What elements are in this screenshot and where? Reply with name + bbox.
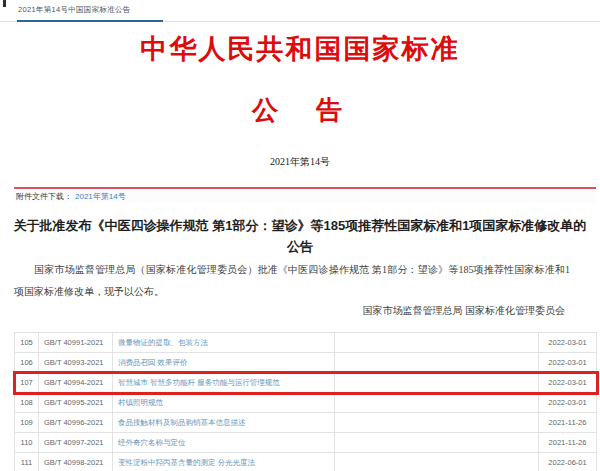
standard-code-cell: GB/T 40994-2021 (39, 373, 113, 393)
standard-code-cell: GB/T 40998-2021 (39, 453, 113, 471)
implementation-date-cell: 2022-03-01 (539, 353, 597, 373)
standard-name-link[interactable]: 消费品召回 效果评价 (113, 353, 335, 373)
replaced-standard-cell (335, 453, 539, 471)
standard-code-cell: GB/T 40997-2021 (39, 433, 113, 453)
replaced-standard-cell (335, 353, 539, 373)
row-number-cell: 110 (15, 433, 39, 453)
doc-number: 2021年第14号 (0, 155, 600, 169)
replaced-standard-cell (335, 373, 539, 393)
standard-name-link[interactable]: 经外奇穴名称与定位 (113, 433, 335, 453)
standard-name-link[interactable]: 微量物证的提取、包装方法 (113, 333, 335, 353)
attachment-bar: 附件文件下载：2021年第14号 (14, 187, 596, 203)
standard-code-cell: GB/T 40995-2021 (39, 393, 113, 413)
row-number-cell: 107 (15, 373, 39, 393)
replaced-standard-cell (335, 413, 539, 433)
standard-name-link[interactable]: 村镇照明规范 (113, 393, 335, 413)
replaced-standard-cell (335, 333, 539, 353)
standard-name-link[interactable]: 变性淀粉中羟丙基含量的测定 分光光度法 (113, 453, 335, 471)
table-row: 110GB/T 40997-2021经外奇穴名称与定位2021-11-26 (15, 433, 597, 453)
doc-title-line2: 公 告 (0, 93, 600, 128)
notice-body-paragraph: 国家市场监督管理总局（国家标准化管理委员会）批准《中医四诊操作规范 第1部分：望… (14, 259, 570, 303)
row-number-cell: 109 (15, 413, 39, 433)
replaced-standard-cell (335, 433, 539, 453)
tab-active-underline (17, 20, 163, 22)
row-number-cell: 106 (15, 353, 39, 373)
table-row: 107GB/T 40994-2021智慧城市 智慧多功能杆 服务功能与运行管理规… (15, 373, 597, 393)
implementation-date-cell: 2022-03-01 (539, 373, 597, 393)
replaced-standard-cell (335, 393, 539, 413)
tab-announcement-title[interactable]: 2021年第14号中国国家标准公告 (18, 5, 131, 15)
table-row: 108GB/T 40995-2021村镇照明规范2022-03-01 (15, 393, 597, 413)
attachment-label: 附件文件下载： (16, 192, 72, 201)
standard-code-cell: GB/T 40996-2021 (39, 413, 113, 433)
implementation-date-cell: 2022-06-01 (539, 453, 597, 471)
notice-heading: 关于批准发布《中医四诊操作规范 第1部分：望诊》等185项推荐性国家标准和1项国… (12, 216, 588, 258)
implementation-date-cell: 2022-03-01 (539, 393, 597, 413)
attachment-download-link[interactable]: 2021年第14号 (75, 192, 126, 201)
standard-code-cell: GB/T 40991-2021 (39, 333, 113, 353)
table-row: 111GB/T 40998-2021变性淀粉中羟丙基含量的测定 分光光度法202… (15, 453, 597, 471)
row-number-cell: 108 (15, 393, 39, 413)
corner-mark (3, 0, 6, 7)
standard-code-cell: GB/T 40993-2021 (39, 353, 113, 373)
implementation-date-cell: 2022-03-01 (539, 333, 597, 353)
row-number-cell: 111 (15, 453, 39, 471)
issuer-signature: 国家市场监督管理总局 国家标准化管理委员会 (363, 304, 566, 318)
standards-table-body: 105GB/T 40991-2021微量物证的提取、包装方法2022-03-01… (15, 333, 597, 471)
implementation-date-cell: 2021-11-26 (539, 413, 597, 433)
row-number-cell: 105 (15, 333, 39, 353)
standard-name-link[interactable]: 智慧城市 智慧多功能杆 服务功能与运行管理规范 (113, 373, 335, 393)
implementation-date-cell: 2021-11-26 (539, 433, 597, 453)
doc-title-line1: 中华人民共和国国家标准 (0, 31, 600, 67)
standard-name-link[interactable]: 食品接触材料及制品购销基本信息描述 (113, 413, 335, 433)
table-row: 109GB/T 40996-2021食品接触材料及制品购销基本信息描述2021-… (15, 413, 597, 433)
standards-table: 105GB/T 40991-2021微量物证的提取、包装方法2022-03-01… (14, 332, 597, 471)
table-row: 105GB/T 40991-2021微量物证的提取、包装方法2022-03-01 (15, 333, 597, 353)
announcement-page: 2021年第14号中国国家标准公告 中华人民共和国国家标准 公 告 2021年第… (0, 0, 600, 471)
table-row: 106GB/T 40993-2021消费品召回 效果评价2022-03-01 (15, 353, 597, 373)
